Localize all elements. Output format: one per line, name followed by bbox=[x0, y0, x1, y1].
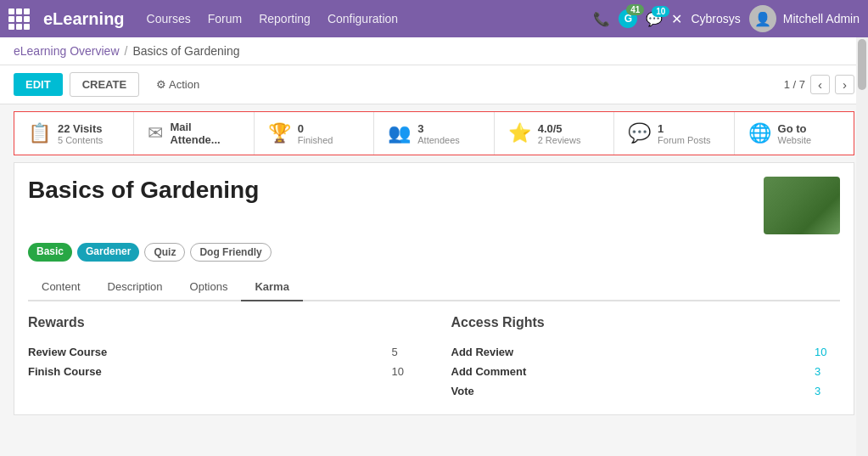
stat-website[interactable]: 🌐 Go to Website bbox=[735, 112, 854, 155]
breadcrumb: eLearning Overview / Basics of Gardening bbox=[0, 37, 868, 65]
karma-vote: Vote 3 bbox=[451, 381, 841, 401]
nav-links: Courses Forum Reporting Configuration bbox=[147, 12, 585, 25]
rewards-column: Rewards Review Course 5 Finish Course 10 bbox=[28, 315, 417, 401]
create-button[interactable]: CREATE bbox=[70, 72, 139, 97]
tab-content[interactable]: Content bbox=[28, 273, 94, 301]
action-bar: EDIT CREATE ⚙ Action 1 / 7 ‹ › bbox=[0, 65, 868, 104]
vote-label: Vote bbox=[451, 385, 807, 397]
reviews-main: 4.0/5 bbox=[538, 122, 581, 135]
stats-bar: 📋 22 Visits 5 Contents ✉ Mail Attende...… bbox=[14, 111, 854, 155]
stat-visits[interactable]: 📋 22 Visits 5 Contents bbox=[14, 112, 134, 155]
course-thumbnail bbox=[764, 177, 840, 234]
close-icon[interactable]: ✕ bbox=[671, 11, 682, 27]
stat-attendees[interactable]: 👥 3 Attendees bbox=[374, 112, 494, 155]
pagination: 1 / 7 ‹ › bbox=[784, 75, 854, 94]
add-comment-value: 3 bbox=[815, 365, 840, 378]
finish-course-value: 10 bbox=[392, 365, 417, 378]
tab-options[interactable]: Options bbox=[176, 273, 242, 301]
nav-configuration[interactable]: Configuration bbox=[328, 12, 398, 25]
visits-icon: 📋 bbox=[28, 122, 51, 144]
karma-section: Rewards Review Course 5 Finish Course 10… bbox=[28, 315, 840, 401]
tag-basic[interactable]: Basic bbox=[28, 243, 72, 262]
breadcrumb-current: Basics of Gardening bbox=[132, 44, 239, 58]
top-right-controls: 📞 G 41 💬 10 ✕ Cybrosys 👤 Mitchell Admin bbox=[593, 5, 860, 32]
website-icon: 🌐 bbox=[748, 122, 771, 144]
finished-sub: Finished bbox=[298, 135, 333, 145]
forum-main: 1 bbox=[658, 122, 710, 135]
tab-karma[interactable]: Karma bbox=[241, 273, 302, 301]
tab-description[interactable]: Description bbox=[94, 273, 176, 301]
attendees-sub: Attendees bbox=[417, 135, 460, 145]
visits-sub: 5 Contents bbox=[58, 135, 103, 145]
stat-finished[interactable]: 🏆 0 Finished bbox=[255, 112, 374, 155]
add-comment-label: Add Comment bbox=[451, 365, 807, 378]
website-sub: Website bbox=[778, 135, 812, 145]
finish-course-label: Finish Course bbox=[28, 365, 384, 378]
visits-main: 22 Visits bbox=[58, 122, 103, 135]
stat-reviews[interactable]: ⭐ 4.0/5 2 Reviews bbox=[495, 112, 614, 155]
user-name: Mitchell Admin bbox=[783, 12, 860, 25]
next-button[interactable]: › bbox=[835, 75, 854, 94]
mail-main: Mail Attende... bbox=[170, 121, 239, 146]
stat-mail[interactable]: ✉ Mail Attende... bbox=[134, 112, 254, 155]
action-menu[interactable]: ⚙ Action bbox=[156, 78, 199, 91]
scrollbar-thumb[interactable] bbox=[858, 39, 866, 90]
rewards-title: Rewards bbox=[28, 315, 417, 330]
user-menu[interactable]: 👤 Mitchell Admin bbox=[749, 5, 860, 32]
review-course-label: Review Course bbox=[28, 346, 384, 358]
access-title: Access Rights bbox=[451, 315, 841, 330]
breadcrumb-parent[interactable]: eLearning Overview bbox=[14, 44, 120, 58]
top-navigation: eLearning Courses Forum Reporting Config… bbox=[0, 0, 868, 37]
grid-menu-icon[interactable] bbox=[8, 8, 30, 30]
karma-review-course: Review Course 5 bbox=[28, 342, 417, 362]
pagination-count: 1 / 7 bbox=[784, 78, 805, 91]
avatar: 👤 bbox=[749, 5, 776, 32]
trophy-icon: 🏆 bbox=[268, 122, 291, 144]
msg-badge: 10 bbox=[652, 6, 669, 17]
karma-add-review: Add Review 10 bbox=[451, 342, 841, 362]
chat-badge: 41 bbox=[626, 4, 644, 15]
add-review-label: Add Review bbox=[451, 346, 807, 358]
main-content: Basics of Gardening Basic Gardener Quiz … bbox=[14, 162, 854, 415]
stat-forum[interactable]: 💬 1 Forum Posts bbox=[614, 112, 734, 155]
vote-value: 3 bbox=[815, 385, 840, 397]
chat-icon[interactable]: G 41 bbox=[619, 9, 637, 28]
star-icon: ⭐ bbox=[508, 122, 531, 144]
tag-dogfriendly[interactable]: Dog Friendly bbox=[190, 243, 271, 262]
course-header: Basics of Gardening bbox=[28, 177, 840, 234]
add-review-value: 10 bbox=[815, 346, 840, 358]
attendees-main: 3 bbox=[417, 122, 460, 135]
nav-reporting[interactable]: Reporting bbox=[259, 12, 311, 25]
scrollbar[interactable] bbox=[856, 37, 868, 456]
edit-button[interactable]: EDIT bbox=[14, 73, 63, 96]
mail-icon: ✉ bbox=[148, 122, 163, 144]
content-tabs: Content Description Options Karma bbox=[28, 273, 840, 301]
nav-forum[interactable]: Forum bbox=[208, 12, 242, 25]
karma-add-comment: Add Comment 3 bbox=[451, 362, 841, 381]
review-course-value: 5 bbox=[392, 346, 417, 358]
messages-icon[interactable]: 💬 10 bbox=[646, 11, 663, 27]
karma-finish-course: Finish Course 10 bbox=[28, 362, 417, 381]
breadcrumb-separator: / bbox=[125, 44, 128, 58]
prev-button[interactable]: ‹ bbox=[810, 75, 830, 94]
nav-courses[interactable]: Courses bbox=[147, 12, 191, 25]
course-tags: Basic Gardener Quiz Dog Friendly bbox=[28, 243, 840, 262]
phone-icon[interactable]: 📞 bbox=[593, 11, 610, 27]
tag-quiz[interactable]: Quiz bbox=[144, 243, 185, 262]
app-brand: eLearning bbox=[43, 9, 125, 29]
tag-gardener[interactable]: Gardener bbox=[77, 243, 139, 262]
thumbnail-image bbox=[764, 177, 840, 234]
attendees-icon: 👥 bbox=[388, 122, 411, 144]
finished-main: 0 bbox=[298, 122, 333, 135]
forum-icon: 💬 bbox=[628, 122, 651, 144]
forum-sub: Forum Posts bbox=[658, 135, 710, 145]
website-main: Go to bbox=[778, 122, 812, 135]
access-rights-column: Access Rights Add Review 10 Add Comment … bbox=[451, 315, 841, 401]
company-name: Cybrosys bbox=[691, 12, 740, 25]
course-title: Basics of Gardening bbox=[28, 177, 259, 204]
reviews-sub: 2 Reviews bbox=[538, 135, 581, 145]
